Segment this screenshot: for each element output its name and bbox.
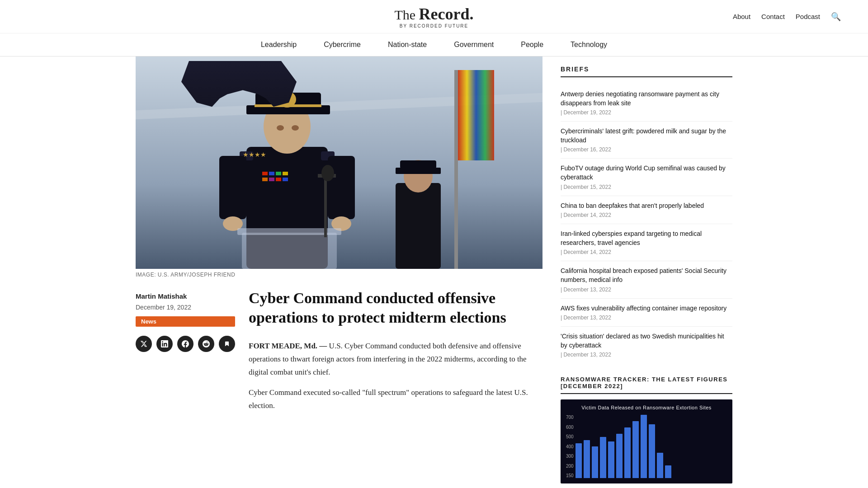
main-content: ★★★★ IMAGE: U.S. ARMY/JOSEPH FRIEND Mart… (118, 56, 750, 483)
nav-podcast[interactable]: Podcast (796, 13, 820, 20)
chart-bar-3 (600, 437, 606, 478)
brief-link-1[interactable]: Cybercriminals' latest grift: powdered m… (561, 127, 726, 144)
brief-link-6[interactable]: AWS fixes vulnerability affecting contai… (561, 305, 726, 312)
search-button[interactable]: 🔍 (831, 12, 841, 22)
brief-item-2: FuboTV outage during World Cup semifinal… (561, 159, 732, 196)
chart-bar-11 (665, 465, 671, 478)
brief-link-4[interactable]: Iran-linked cyberspies expand targeting … (561, 230, 702, 246)
article-lede: FORT MEADE, Md. — U.S. Cyber Command con… (249, 340, 542, 379)
news-tag[interactable]: News (136, 316, 235, 327)
cat-technology[interactable]: Technology (571, 41, 607, 49)
svg-rect-30 (276, 178, 281, 181)
brief-link-2[interactable]: FuboTV outage during World Cup semifinal… (561, 164, 726, 181)
y-label-3: 400 (566, 444, 574, 449)
brief-date-7: | December 13, 2022 (561, 352, 732, 358)
chart-bar-4 (608, 441, 614, 478)
chart-bars (576, 415, 671, 478)
brief-link-0[interactable]: Antwerp denies negotiating ransomware pa… (561, 90, 719, 107)
category-nav: Leadership Cybercrime Nation-state Gover… (0, 33, 868, 56)
svg-rect-24 (262, 172, 268, 175)
reddit-share-button[interactable] (198, 336, 214, 352)
chart-bar-1 (584, 440, 590, 478)
logo-subtitle: BY RECORDED FUTURE (400, 23, 469, 28)
linkedin-share-button[interactable] (156, 336, 173, 352)
chart-bar-7 (632, 421, 639, 478)
svg-point-12 (278, 91, 296, 108)
brief-date-4: | December 14, 2022 (561, 249, 732, 255)
logo-main: Record. (419, 5, 474, 23)
logo-title: The Record. (394, 5, 473, 23)
chart-bar-5 (616, 434, 623, 478)
svg-rect-21 (324, 178, 327, 237)
top-header: The Record. BY RECORDED FUTURE About Con… (0, 0, 868, 33)
hero-image-container: ★★★★ IMAGE: U.S. ARMY/JOSEPH FRIEND (136, 56, 542, 285)
cat-people[interactable]: People (521, 41, 543, 49)
top-nav: About Contact Podcast 🔍 (474, 12, 841, 22)
svg-point-14 (292, 125, 299, 131)
y-label-2: 500 (566, 434, 574, 439)
svg-point-23 (321, 165, 334, 181)
cat-cybercrime[interactable]: Cybercrime (324, 41, 361, 49)
briefs-title: BRIEFS (561, 66, 732, 77)
brief-date-6: | December 13, 2022 (561, 314, 732, 321)
logo[interactable]: The Record. BY RECORDED FUTURE (394, 5, 473, 28)
svg-rect-33 (396, 183, 441, 269)
logo-prefix: The (394, 7, 419, 22)
chart-wrapper: 700 600 500 400 300 200 150 (566, 415, 727, 478)
brief-date-3: | December 14, 2022 (561, 212, 732, 218)
article-sidebar: Martin Matishak December 19, 2022 News (136, 289, 235, 412)
cat-leadership[interactable]: Leadership (261, 41, 297, 49)
svg-text:★★★★: ★★★★ (243, 151, 266, 158)
svg-rect-35 (400, 160, 436, 169)
article-text-area: Cyber Command conducted offensive operat… (235, 289, 542, 412)
bookmark-button[interactable] (219, 336, 235, 352)
brief-item-3: China to ban deepfakes that aren't prope… (561, 196, 732, 225)
brief-item-0: Antwerp denies negotiating ransomware pa… (561, 84, 732, 122)
cat-nation-state[interactable]: Nation-state (388, 41, 427, 49)
brief-item-5: California hospital breach exposed patie… (561, 261, 732, 298)
svg-rect-16 (328, 156, 355, 219)
svg-rect-15 (219, 156, 246, 219)
svg-rect-36 (396, 168, 441, 174)
svg-rect-27 (283, 172, 288, 175)
social-icons (136, 336, 235, 352)
brief-date-2: | December 15, 2022 (561, 184, 732, 190)
y-label-6: 150 (566, 473, 574, 478)
brief-date-5: | December 13, 2022 (561, 286, 732, 293)
hero-image: ★★★★ (136, 56, 542, 269)
svg-rect-25 (269, 172, 274, 175)
brief-link-3[interactable]: China to ban deepfakes that aren't prope… (561, 202, 704, 209)
cat-government[interactable]: Government (454, 41, 494, 49)
svg-rect-3 (458, 70, 494, 160)
nav-about[interactable]: About (733, 13, 750, 20)
chart-bar-2 (592, 446, 598, 478)
article-meta: Martin Matishak December 19, 2022 News (136, 289, 235, 352)
brief-item-6: AWS fixes vulnerability affecting contai… (561, 299, 732, 327)
twitter-share-button[interactable] (136, 336, 152, 352)
facebook-share-button[interactable] (177, 336, 193, 352)
brief-date-1: | December 16, 2022 (561, 146, 732, 153)
svg-rect-2 (454, 70, 458, 269)
hero-image-svg: ★★★★ (136, 56, 542, 269)
chart-bar-8 (641, 415, 647, 478)
nav-contact[interactable]: Contact (761, 13, 785, 20)
brief-item-7: 'Crisis situation' declared as two Swedi… (561, 327, 732, 363)
brief-link-7[interactable]: 'Crisis situation' declared as two Swedi… (561, 333, 724, 349)
ransomware-section: RANSOMWARE TRACKER: THE LATEST FIGURES [… (561, 376, 732, 483)
article-lede-location: FORT MEADE, Md. — (249, 342, 327, 350)
image-caption: IMAGE: U.S. ARMY/JOSEPH FRIEND (136, 269, 542, 285)
chart-container: Victim Data Released on Ransomware Extor… (561, 399, 732, 483)
chart-bar-0 (576, 443, 582, 478)
brief-date-0: | December 19, 2022 (561, 109, 732, 116)
chart-title: Victim Data Released on Ransomware Extor… (566, 405, 727, 410)
svg-point-13 (277, 125, 284, 131)
article-date: December 19, 2022 (136, 304, 235, 311)
sidebar: BRIEFS Antwerp denies negotiating ransom… (561, 56, 732, 483)
article-body-layout: Martin Matishak December 19, 2022 News (136, 289, 542, 412)
svg-rect-28 (262, 178, 268, 181)
y-label-5: 200 (566, 464, 574, 469)
svg-rect-26 (276, 172, 281, 175)
article-body: Cyber Command executed so-called "full s… (249, 386, 542, 413)
author-name: Martin Matishak (136, 292, 235, 300)
brief-link-5[interactable]: California hospital breach exposed patie… (561, 267, 726, 283)
